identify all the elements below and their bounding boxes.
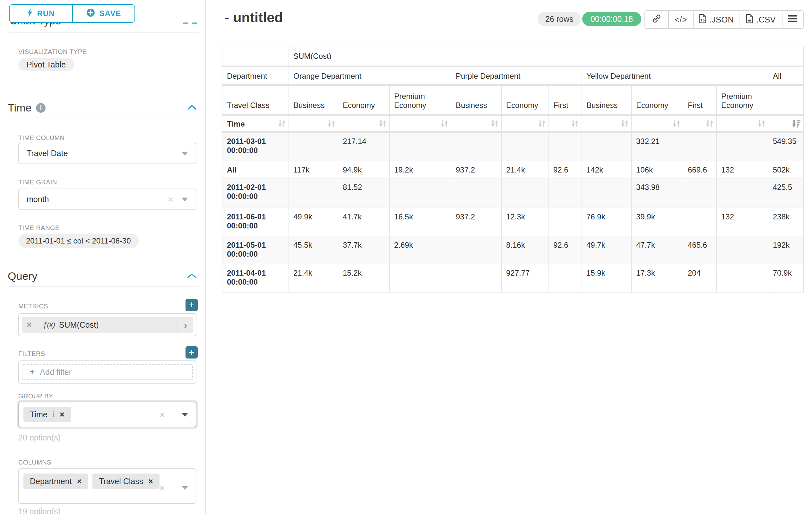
bolt-icon	[27, 8, 33, 19]
tag-label: Department	[30, 477, 72, 486]
pivot-table: SUM(Cost)DepartmentOrange DepartmentPurp…	[222, 46, 804, 293]
add-filter-button[interactable]: + Add filter	[22, 364, 193, 380]
pivot-class-header: Business	[582, 85, 632, 115]
sort-icon[interactable]	[621, 119, 629, 128]
pivot-cell	[502, 178, 549, 208]
pivot-cell: 76.9k	[582, 208, 632, 236]
pivot-cell: 49.9k	[289, 208, 338, 236]
export-json-label: .JSON	[709, 15, 734, 25]
pivot-group-header: All	[768, 66, 804, 85]
columns-tag-department[interactable]: Department ×	[23, 474, 88, 489]
pivot-cell	[717, 178, 768, 208]
sort-icon[interactable]	[706, 119, 714, 128]
results-panel: - untitled 26 rows 00:00:00.18 </> .JSON	[206, 0, 812, 514]
pivot-class-header: Premium Economy	[389, 85, 451, 115]
remove-tag-icon[interactable]: ×	[77, 477, 82, 486]
pivot-cell	[717, 236, 768, 264]
clear-icon[interactable]: ×	[168, 195, 173, 204]
chevron-right-icon[interactable]: ›	[177, 317, 193, 333]
sort-icon[interactable]	[672, 119, 680, 128]
pivot-cell: 332.21	[632, 132, 683, 161]
chevron-up-icon[interactable]	[187, 273, 197, 280]
pivot-cell: 92.6	[549, 236, 582, 264]
sort-icon[interactable]	[440, 119, 448, 128]
sort-icon[interactable]	[491, 119, 499, 128]
export-csv-button[interactable]: .CSV	[739, 11, 782, 28]
run-button[interactable]: RUN	[9, 4, 73, 23]
sort-icon[interactable]	[278, 119, 286, 128]
chevron-up-icon[interactable]	[187, 104, 197, 111]
time-grain-select[interactable]: month ×	[18, 189, 196, 210]
section-divider	[9, 117, 199, 118]
save-button[interactable]: SAVE	[72, 4, 135, 23]
time-column-select[interactable]: Travel Date	[18, 143, 196, 164]
remove-tag-icon[interactable]: ×	[148, 477, 153, 486]
tag-label: Time	[30, 410, 48, 419]
columns-tag-travel-class[interactable]: Travel Class ×	[92, 474, 160, 489]
pivot-cell	[289, 178, 338, 208]
pivot-sort-header[interactable]	[451, 115, 502, 132]
filters-field: + Add filter	[18, 360, 196, 384]
pivot-sort-header[interactable]	[683, 115, 717, 132]
pivot-sort-header[interactable]	[289, 115, 338, 132]
pivot-sort-header[interactable]	[768, 115, 804, 132]
pivot-cell: 16.5k	[389, 208, 451, 236]
metric-main[interactable]: ƒ(x) SUM(Cost)	[37, 317, 177, 333]
copy-link-button[interactable]	[645, 11, 668, 28]
pivot-cell: 49.7k	[582, 236, 632, 264]
info-icon: i	[53, 410, 55, 419]
pivot-class-header: Economy	[338, 85, 389, 115]
clipped-icon	[183, 23, 188, 24]
menu-button[interactable]	[782, 11, 803, 28]
time-range-pill[interactable]: 2011-01-01 ≤ col < 2011-06-30	[18, 234, 139, 248]
visualization-type-pill[interactable]: Pivot Table	[18, 58, 74, 71]
pivot-sort-header[interactable]	[632, 115, 683, 132]
pivot-class-header: First	[549, 85, 582, 115]
metric-pill[interactable]: × ƒ(x) SUM(Cost) ›	[22, 317, 193, 333]
group-by-select[interactable]: Time i × ×	[18, 402, 196, 427]
pivot-department-dim-label: Department	[223, 66, 289, 85]
pivot-sort-header[interactable]	[582, 115, 632, 132]
add-metric-button[interactable]: +	[185, 299, 198, 311]
pivot-row-header: 2011-02-01 00:00:00	[223, 178, 289, 208]
pivot-cell: 465.6	[683, 236, 717, 264]
time-grain-value: month	[27, 195, 49, 204]
sort-icon[interactable]	[327, 119, 336, 128]
section-divider	[9, 32, 199, 33]
pivot-sort-header[interactable]	[502, 115, 549, 132]
columns-options-hint: 19 option(s)	[18, 507, 61, 514]
pivot-cell: 217.14	[338, 132, 389, 161]
view-query-button[interactable]: </>	[668, 11, 693, 28]
columns-select[interactable]: Department × Travel Class × ×	[18, 468, 196, 504]
pivot-sort-header-time[interactable]: Time	[223, 115, 289, 132]
pivot-sort-header[interactable]	[717, 115, 768, 132]
pivot-row-header: 2011-06-01 00:00:00	[223, 208, 289, 236]
export-json-button[interactable]: .JSON	[693, 11, 739, 28]
clear-icon[interactable]: ×	[159, 410, 165, 420]
pivot-sort-header[interactable]	[338, 115, 389, 132]
pivot-cell	[582, 132, 632, 161]
group-by-tag-time[interactable]: Time i ×	[23, 407, 71, 422]
remove-tag-icon[interactable]: ×	[60, 410, 64, 419]
results-toolbar: </> .JSON .CSV	[644, 10, 804, 29]
pivot-cell	[582, 178, 632, 208]
pivot-sort-header[interactable]	[389, 115, 451, 132]
add-filter-plus-button[interactable]: +	[185, 346, 198, 358]
pivot-row-header: 2011-05-01 00:00:00	[223, 236, 289, 264]
query-section-header[interactable]: Query	[8, 270, 197, 282]
sort-icon[interactable]	[757, 119, 765, 128]
chart-title[interactable]: - untitled	[225, 10, 283, 25]
sort-descending-active-icon[interactable]	[792, 119, 801, 128]
time-section-header[interactable]: Time i	[8, 102, 197, 114]
chevron-down-icon	[182, 486, 188, 490]
time-column-label: TIME COLUMN	[18, 134, 64, 142]
clear-icon[interactable]: ×	[159, 483, 165, 493]
pivot-sort-header[interactable]	[549, 115, 582, 132]
sort-icon[interactable]	[379, 119, 387, 128]
pivot-cell	[683, 208, 717, 236]
pivot-cell: 117k	[289, 161, 338, 178]
remove-metric-icon[interactable]: ×	[22, 317, 37, 333]
pivot-class-header: Economy	[632, 85, 683, 115]
sort-icon[interactable]	[538, 119, 546, 128]
sort-icon[interactable]	[571, 119, 579, 128]
